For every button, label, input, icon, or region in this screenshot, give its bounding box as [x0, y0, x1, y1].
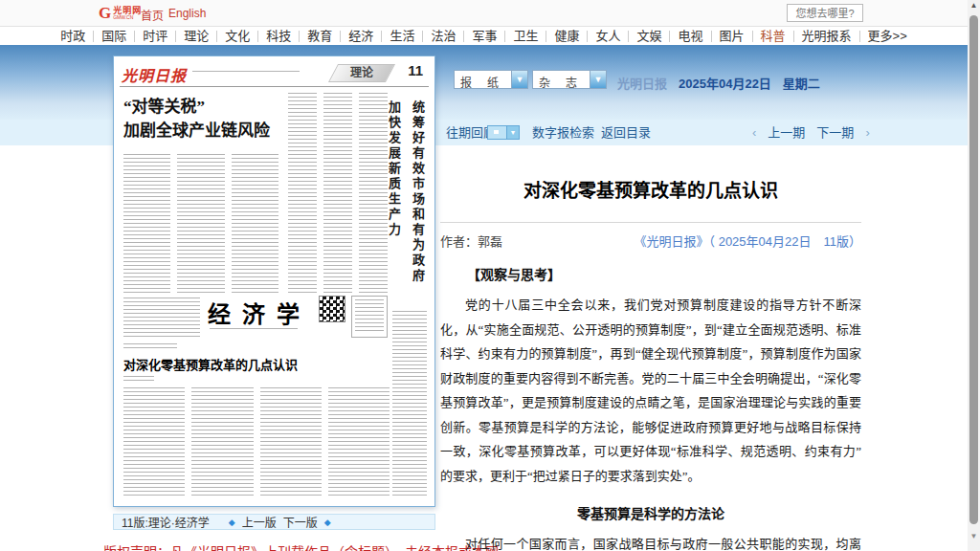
newsprint-text-block — [260, 387, 322, 498]
economics-calligraphy: 经济学 — [206, 296, 313, 329]
newsprint-text-block — [355, 299, 384, 334]
vertical-scrollbar[interactable]: ▲ ▼ — [968, 0, 980, 551]
article-paragraph: 党的十八届三中全会以来，我们党对预算制度建设的指导方针不断深化，从“实施全面规范… — [440, 293, 861, 488]
article-title: 对深化零基预算改革的几点认识 — [440, 176, 861, 202]
issue-weekday: 星期二 — [783, 74, 820, 92]
page-label: 11版:理论·经济学 — [122, 514, 210, 530]
newsprint-text-block — [323, 93, 352, 294]
column-marker — [123, 343, 177, 349]
scrollbar-thumb[interactable] — [969, 15, 978, 524]
newsprint-text-block — [191, 387, 253, 498]
newsprint-columns-upper-mid — [288, 93, 388, 294]
newspaper-dateline-text — [192, 71, 300, 75]
nav-item-guoji[interactable]: 国际 — [94, 31, 135, 42]
newsprint-columns-upper-left — [123, 154, 278, 294]
next-page-link[interactable]: 下一版 — [283, 514, 318, 530]
magazine-select-arrow-icon[interactable]: ▼ — [590, 71, 606, 88]
article-subheading: 零基预算是科学的方法论 — [440, 503, 861, 522]
issue-pager: ‹ 上一期 下一期 › — [752, 120, 870, 145]
paper-select-arrow-icon[interactable]: ▼ — [511, 71, 527, 88]
calligraphy-caption — [210, 328, 298, 332]
nav-item-tupian[interactable]: 图片 — [712, 31, 753, 42]
issue-date: 2025年04月22日 — [679, 74, 771, 92]
newspaper-masthead: 光明日报 — [122, 63, 187, 86]
newspaper-header-rule — [120, 86, 429, 87]
home-link[interactable]: 首页 — [141, 7, 164, 23]
newspaper-section-band: 理论 — [328, 64, 395, 82]
nav-item-wenhua[interactable]: 文化 — [217, 31, 258, 42]
nav-item-kepu[interactable]: 科普 — [753, 31, 794, 42]
issue-info: 光明日报 2025年04月22日 星期二 — [617, 74, 820, 92]
newspaper-section-label: 理论 — [334, 65, 390, 81]
issue-paper-name: 光明日报 — [617, 74, 667, 92]
diamond-icon: ◆ — [324, 518, 331, 527]
nav-item-shenghuo[interactable]: 生活 — [382, 31, 423, 42]
calendar-dot-icon — [494, 130, 499, 134]
gmw-logo[interactable]: G 光明网 GMW.CN — [99, 4, 142, 23]
newsprint-columns-lower — [123, 387, 390, 498]
newsprint-text-block — [177, 154, 224, 294]
top-bar: G 光明网 GMW.CN 首页 English — [0, 0, 968, 27]
newspaper-page-number: 11 — [408, 62, 423, 78]
search-input[interactable] — [787, 4, 863, 22]
nav-item-jiankang[interactable]: 健康 — [546, 31, 588, 42]
calendar-icon[interactable] — [487, 125, 507, 140]
nav-item-nvren[interactable]: 女人 — [588, 31, 629, 42]
nav-item-gmbaoxi[interactable]: 光明报系 — [794, 31, 860, 42]
nav-item-lilun[interactable]: 理论 — [176, 31, 217, 42]
newspaper-headline: “对等关税” 加剧全球产业链风险 — [123, 95, 286, 143]
vertical-headline-1: 统筹好有效市场和有为政府 — [409, 100, 427, 305]
nav-item-wenyu[interactable]: 文娱 — [629, 31, 670, 42]
newsprint-author-mark — [123, 376, 154, 381]
page: G 光明网 GMW.CN 首页 English 时政 国际 时评 理论 文化 科… — [0, 0, 980, 551]
scroll-up-arrow-icon[interactable]: ▲ — [968, 1, 980, 10]
newsprint-text-block — [359, 93, 388, 294]
newsprint-text-block — [232, 154, 278, 294]
back-to-contents-link[interactable]: 返回目录 — [601, 120, 651, 145]
next-issue-link[interactable]: 下一期 — [816, 120, 854, 145]
date-picker[interactable]: ▼ — [487, 125, 520, 140]
nav-item-fazhi[interactable]: 法治 — [423, 31, 464, 42]
paper-select[interactable]: 报 纸 ▼ — [454, 70, 528, 89]
article-divider — [440, 222, 861, 223]
prev-issue-arrow-icon[interactable]: ‹ — [752, 120, 756, 145]
magazine-select[interactable]: 杂 志 ▼ — [532, 70, 607, 89]
nav-item-shizheng[interactable]: 时政 — [53, 31, 94, 42]
calendar-dropdown-icon[interactable]: ▼ — [507, 125, 520, 140]
qr-code — [319, 296, 345, 322]
newsprint-text-block — [123, 298, 200, 340]
newsprint-text-block — [123, 387, 185, 498]
magazine-select-value: 杂 志 — [539, 74, 579, 90]
nav-item-weisheng[interactable]: 卫生 — [505, 31, 546, 42]
nav-item-keji[interactable]: 科技 — [258, 31, 300, 42]
newsprint-text-block — [123, 154, 170, 294]
newsprint-boxed-note — [351, 296, 388, 338]
scroll-down-arrow-icon[interactable]: ▼ — [968, 532, 980, 540]
next-issue-arrow-icon[interactable]: › — [865, 120, 869, 145]
article-source: 《光明日报》（ 2025年04月22日 11版） — [635, 231, 861, 250]
gmw-logo-g-icon: G — [99, 4, 111, 23]
page-navigation-bar: 11版:理论·经济学 ◆ 上一版 下一版 ◆ — [113, 514, 435, 530]
digital-search-link[interactable]: 数字报检索 — [532, 120, 594, 145]
paper-select-value: 报 纸 — [460, 74, 501, 90]
newspaper-headline-line2: 加剧全球产业链风险 — [123, 119, 286, 143]
nav-item-jiaoyu[interactable]: 教育 — [300, 31, 341, 42]
english-link[interactable]: English — [168, 7, 206, 20]
nav-item-shiping[interactable]: 时评 — [135, 31, 176, 42]
article-column-tag: 【观察与思考】 — [440, 264, 861, 283]
article-pane: 对深化零基预算改革的几点认识 作者：郭磊 《光明日报》（ 2025年04月22日… — [440, 161, 861, 551]
diamond-icon: ◆ — [229, 518, 235, 527]
newsprint-column-right — [392, 311, 427, 498]
prev-issue-link[interactable]: 上一期 — [768, 120, 805, 145]
main-nav: 时政 国际 时评 理论 文化 科技 教育 经济 生活 法治 军事 卫生 健康 女… — [0, 27, 968, 45]
nav-item-dianshi[interactable]: 电视 — [670, 31, 711, 42]
nav-item-more[interactable]: 更多>> — [860, 31, 915, 42]
article-byline: 作者：郭磊 — [440, 231, 502, 250]
nav-item-junshi[interactable]: 军事 — [464, 31, 505, 42]
nav-item-jingji[interactable]: 经济 — [341, 31, 382, 42]
newsprint-text-block — [288, 93, 317, 294]
newspaper-article-title: 对深化零基预算改革的几点认识 — [123, 355, 298, 373]
newspaper-page-preview[interactable]: 光明日报 理论 11 “对等关税” 加剧全球产业链风险 统筹好有效市场和有为政府… — [113, 55, 435, 507]
gmw-logo-sub: GMW.CN — [113, 15, 142, 20]
prev-page-link[interactable]: 上一版 — [242, 514, 277, 530]
